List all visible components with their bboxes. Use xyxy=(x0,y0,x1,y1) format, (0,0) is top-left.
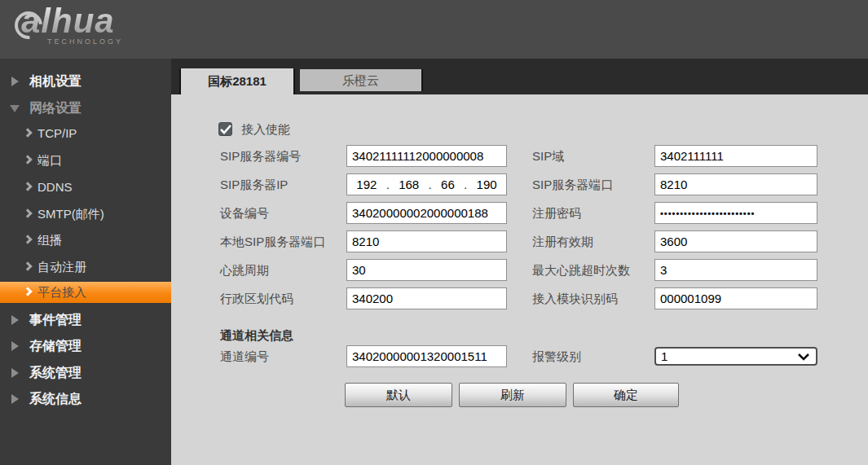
sidebar-item-camera-settings[interactable]: 相机设置 xyxy=(0,71,171,92)
admin-region-code-label: 行政区划代码 xyxy=(220,287,293,309)
ip-dot: . xyxy=(386,178,390,191)
channel-id-label: 通道编号 xyxy=(220,345,269,367)
chevron-right-icon xyxy=(23,155,32,164)
device-id-label: 设备编号 xyxy=(220,202,269,224)
alarm-level-label: 报警级别 xyxy=(532,345,581,367)
ip-octet-3: 66 xyxy=(441,178,455,191)
page-root: alhua TECHNOLOGY 相机设置 网络设置 TCP/IP 端口 DDN… xyxy=(0,0,868,465)
platform-access-form: 接入使能 SIP服务器编号 SIP域 SIP服务器IP 192 . 168 . … xyxy=(171,94,868,465)
alarm-level-value: 1 xyxy=(661,349,668,363)
tab-gb28181[interactable]: 国标28181 xyxy=(181,68,293,94)
app-header: alhua TECHNOLOGY xyxy=(0,0,868,59)
chevron-right-icon xyxy=(23,182,32,191)
register-password-input[interactable] xyxy=(654,202,817,224)
sidebar-item-platform-access[interactable]: 平台接入 xyxy=(0,282,171,303)
sidebar-item-network-settings[interactable]: 网络设置 xyxy=(0,98,171,119)
sip-domain-input[interactable] xyxy=(654,145,817,167)
chevron-right-icon xyxy=(23,208,32,217)
sidebar-item-multicast[interactable]: 组播 xyxy=(0,230,171,251)
sidebar-item-storage-management[interactable]: 存储管理 xyxy=(0,336,171,357)
sip-server-ip-label: SIP服务器IP xyxy=(220,173,288,195)
register-valid-period-input[interactable] xyxy=(654,230,817,252)
local-sip-port-label: 本地SIP服务器端口 xyxy=(220,230,325,252)
default-button[interactable]: 默认 xyxy=(345,383,452,407)
sidebar-item-smtp[interactable]: SMTP(邮件) xyxy=(0,204,171,225)
sip-server-id-input[interactable] xyxy=(346,145,507,167)
local-sip-port-input[interactable] xyxy=(346,230,507,252)
collapsed-triangle-icon xyxy=(11,341,19,351)
dahua-logo: alhua TECHNOLOGY xyxy=(15,2,123,46)
collapsed-triangle-icon xyxy=(11,394,19,404)
sip-server-port-input[interactable] xyxy=(654,173,817,195)
ip-octet-2: 168 xyxy=(399,178,419,191)
sip-server-port-label: SIP服务器端口 xyxy=(532,173,613,195)
ip-octet-1: 192 xyxy=(356,178,377,191)
dahua-logo-text: alhua xyxy=(15,2,123,41)
chevron-right-icon xyxy=(23,235,32,243)
chevron-right-icon xyxy=(23,287,32,296)
ip-dot: . xyxy=(464,178,467,191)
heartbeat-period-label: 心跳周期 xyxy=(220,259,269,281)
refresh-button[interactable]: 刷新 xyxy=(459,383,566,407)
sip-domain-label: SIP域 xyxy=(532,145,564,167)
max-heartbeat-timeout-label: 最大心跳超时次数 xyxy=(532,259,630,281)
enable-checkbox[interactable] xyxy=(218,122,232,136)
admin-region-code-input[interactable] xyxy=(346,287,507,309)
tab-strip: 国标28181 乐橙云 xyxy=(171,59,868,94)
ip-dot: . xyxy=(429,178,432,191)
register-password-label: 注册密码 xyxy=(532,202,581,224)
sidebar-item-system-info[interactable]: 系统信息 xyxy=(0,388,171,410)
sidebar-item-port[interactable]: 端口 xyxy=(0,150,171,171)
channel-section-header: 通道相关信息 xyxy=(220,328,293,344)
sip-server-id-label: SIP服务器编号 xyxy=(220,145,301,167)
heartbeat-period-input[interactable] xyxy=(346,259,507,281)
sidebar-item-auto-register[interactable]: 自动注册 xyxy=(0,257,171,278)
ip-octet-4: 190 xyxy=(477,178,497,191)
chevron-right-icon xyxy=(23,128,32,137)
channel-id-input[interactable] xyxy=(346,345,507,367)
sidebar-item-event-management[interactable]: 事件管理 xyxy=(0,309,171,331)
sidebar-nav: 相机设置 网络设置 TCP/IP 端口 DDNS SMTP(邮件) 组播 自动 xyxy=(0,59,171,465)
sidebar-item-tcpip[interactable]: TCP/IP xyxy=(0,123,171,144)
sip-server-ip-input[interactable]: 192 . 168 . 66 . 190 xyxy=(346,173,507,195)
chevron-down-icon xyxy=(798,353,809,361)
collapsed-triangle-icon xyxy=(11,315,19,325)
access-module-id-label: 接入模块识别码 xyxy=(532,287,618,309)
tab-lechange[interactable]: 乐橙云 xyxy=(300,69,421,91)
expanded-triangle-icon xyxy=(10,105,20,112)
device-id-input[interactable] xyxy=(346,202,507,224)
enable-label: 接入使能 xyxy=(241,118,290,140)
collapsed-triangle-icon xyxy=(11,77,19,86)
checkmark-icon xyxy=(220,125,231,134)
sidebar-item-system-management[interactable]: 系统管理 xyxy=(0,362,171,384)
max-heartbeat-timeout-input[interactable] xyxy=(654,259,817,281)
access-module-id-input[interactable] xyxy=(654,287,817,309)
chevron-right-icon xyxy=(23,261,32,270)
collapsed-triangle-icon xyxy=(11,368,19,378)
alarm-level-select[interactable]: 1 xyxy=(654,347,817,366)
ok-button[interactable]: 确定 xyxy=(573,383,679,407)
sidebar-item-ddns[interactable]: DDNS xyxy=(0,177,171,198)
register-valid-period-label: 注册有效期 xyxy=(532,230,593,252)
